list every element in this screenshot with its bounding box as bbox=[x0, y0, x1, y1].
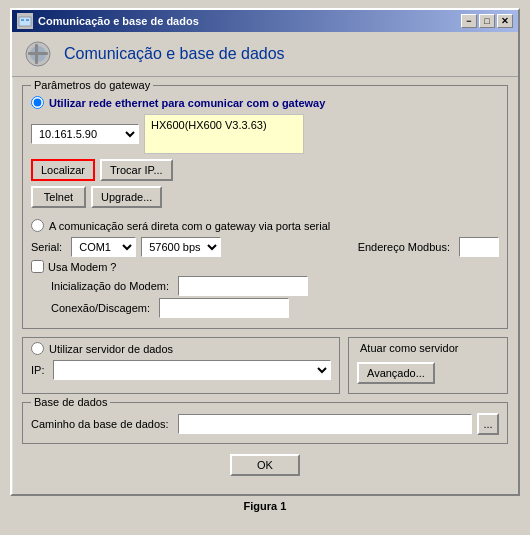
server-box: Utilizar servidor de dados IP: bbox=[22, 337, 340, 394]
connect-row: Conexão/Discagem: bbox=[31, 298, 499, 318]
server-radio-row: Utilizar servidor de dados bbox=[31, 342, 331, 355]
main-window: Comunicação e base de dados − □ ✕ Comuni… bbox=[10, 8, 520, 496]
trocar-ip-button[interactable]: Trocar IP... bbox=[100, 159, 173, 181]
connect-label: Conexão/Discagem: bbox=[51, 302, 150, 314]
ok-button[interactable]: OK bbox=[230, 454, 300, 476]
window-body: Parâmetros do gateway Utilizar rede ethe… bbox=[12, 77, 518, 494]
radio-serial-row: A comunicação será direta com o gateway … bbox=[31, 219, 499, 232]
server-ip-label: IP: bbox=[31, 364, 44, 376]
modbus-input[interactable]: 0 bbox=[459, 237, 499, 257]
modem-row: Usa Modem ? bbox=[31, 260, 499, 273]
svg-rect-6 bbox=[35, 44, 38, 64]
bottom-sections: Utilizar servidor de dados IP: Atuar com… bbox=[22, 337, 508, 394]
telnet-button[interactable]: Telnet bbox=[31, 186, 86, 208]
ip-select[interactable]: 10.161.5.90 bbox=[31, 124, 139, 144]
atuar-box: Atuar como servidor Avançado... bbox=[348, 337, 508, 394]
server-ip-row: IP: bbox=[31, 360, 331, 380]
serial-label: Serial: bbox=[31, 241, 62, 253]
atuar-title: Atuar como servidor bbox=[357, 342, 499, 354]
restore-button[interactable]: □ bbox=[479, 14, 495, 28]
titlebar-controls: − □ ✕ bbox=[461, 14, 513, 28]
modem-checkbox[interactable] bbox=[31, 260, 44, 273]
database-box: Base de dados Caminho da base de dados: … bbox=[22, 402, 508, 444]
localizar-button[interactable]: Localizar bbox=[31, 159, 95, 181]
gateway-group-title: Parâmetros do gateway bbox=[31, 79, 153, 91]
server-ip-select[interactable] bbox=[53, 360, 331, 380]
database-title: Base de dados bbox=[31, 396, 110, 408]
svg-rect-2 bbox=[26, 19, 29, 21]
ip-info-row: 10.161.5.90 HX600(HX600 V3.3.63) bbox=[31, 114, 499, 154]
avancado-button[interactable]: Avançado... bbox=[357, 362, 435, 384]
radio-serial-label: A comunicação será direta com o gateway … bbox=[49, 220, 330, 232]
titlebar: Comunicação e base de dados − □ ✕ bbox=[12, 10, 518, 32]
ok-row: OK bbox=[22, 454, 508, 476]
header-icon bbox=[22, 38, 54, 70]
browse-button[interactable]: ... bbox=[477, 413, 499, 435]
init-input[interactable] bbox=[178, 276, 308, 296]
info-box: HX600(HX600 V3.3.63) bbox=[144, 114, 304, 154]
db-row: Caminho da base de dados: C:\hx600 ... bbox=[31, 413, 499, 435]
radio-ethernet-label: Utilizar rede ethernet para comunicar co… bbox=[49, 97, 325, 109]
server-radio-label: Utilizar servidor de dados bbox=[49, 343, 173, 355]
app-icon bbox=[17, 13, 33, 29]
header-title: Comunicação e base de dados bbox=[64, 45, 285, 63]
connect-input[interactable] bbox=[159, 298, 289, 318]
modbus-label: Endereço Modbus: bbox=[358, 241, 450, 253]
figure-caption: Figura 1 bbox=[244, 500, 287, 512]
info-text: HX600(HX600 V3.3.63) bbox=[151, 119, 267, 131]
minimize-button[interactable]: − bbox=[461, 14, 477, 28]
gateway-group-inner: Utilizar rede ethernet para comunicar co… bbox=[31, 96, 499, 318]
radio-ethernet-row: Utilizar rede ethernet para comunicar co… bbox=[31, 96, 499, 109]
titlebar-title: Comunicação e base de dados bbox=[38, 15, 199, 27]
upgrade-button[interactable]: Upgrade... bbox=[91, 186, 162, 208]
gateway-group: Parâmetros do gateway Utilizar rede ethe… bbox=[22, 85, 508, 329]
close-button[interactable]: ✕ bbox=[497, 14, 513, 28]
modem-label: Usa Modem ? bbox=[48, 261, 116, 273]
db-path-label: Caminho da base de dados: bbox=[31, 418, 169, 430]
bps-select[interactable]: 57600 bps bbox=[141, 237, 221, 257]
radio-ethernet[interactable] bbox=[31, 96, 44, 109]
telnet-row: Telnet Upgrade... bbox=[31, 186, 499, 208]
header-area: Comunicação e base de dados bbox=[12, 32, 518, 77]
localizar-row: Localizar Trocar IP... bbox=[31, 159, 499, 181]
svg-rect-1 bbox=[21, 19, 24, 21]
db-path-input[interactable]: C:\hx600 bbox=[178, 414, 472, 434]
titlebar-left: Comunicação e base de dados bbox=[17, 13, 199, 29]
init-modem-row: Inicialização do Modem: bbox=[31, 276, 499, 296]
serial-select[interactable]: COM1 bbox=[71, 237, 136, 257]
serial-row: Serial: COM1 57600 bps Endereço Modbus: … bbox=[31, 237, 499, 257]
radio-serial[interactable] bbox=[31, 219, 44, 232]
init-label: Inicialização do Modem: bbox=[51, 280, 169, 292]
svg-rect-0 bbox=[19, 17, 31, 26]
radio-server[interactable] bbox=[31, 342, 44, 355]
